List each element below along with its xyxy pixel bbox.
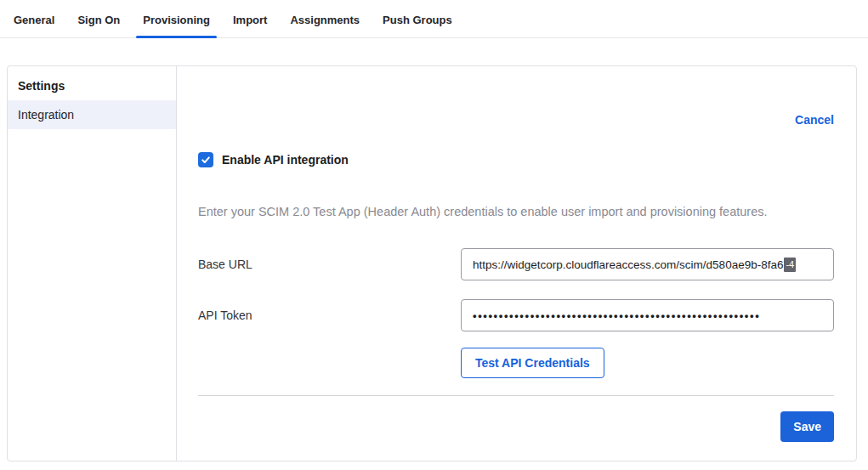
base-url-selected-text: -4 [784, 258, 796, 272]
save-button[interactable]: Save [780, 411, 834, 442]
test-api-credentials-button[interactable]: Test API Credentials [461, 348, 604, 378]
api-token-label: API Token [198, 309, 461, 322]
credentials-description: Enter your SCIM 2.0 Test App (Header Aut… [198, 205, 834, 218]
base-url-row: Base URL https://widgetcorp.cloudflareac… [198, 248, 834, 280]
tab-provisioning[interactable]: Provisioning [136, 14, 217, 37]
integration-settings-content: Cancel Enable API integration Enter your… [177, 66, 856, 461]
tab-import[interactable]: Import [226, 14, 274, 37]
enable-api-row: Enable API integration [198, 152, 834, 167]
tab-general[interactable]: General [7, 14, 61, 37]
enable-api-label: Enable API integration [222, 153, 349, 167]
api-token-input[interactable]: ••••••••••••••••••••••••••••••••••••••••… [461, 299, 834, 331]
settings-sidebar: Settings Integration [8, 66, 177, 461]
footer-divider [198, 395, 834, 396]
sidebar-item-integration[interactable]: Integration [8, 100, 176, 129]
tab-sign-on[interactable]: Sign On [71, 14, 127, 37]
base-url-value: https://widgetcorp.cloudflareaccess.com/… [473, 258, 783, 271]
base-url-label: Base URL [198, 258, 461, 271]
cancel-row: Cancel [198, 112, 834, 126]
tab-push-groups[interactable]: Push Groups [376, 14, 459, 37]
test-credentials-row: Test API Credentials [198, 348, 834, 378]
api-token-row: API Token ••••••••••••••••••••••••••••••… [198, 299, 834, 331]
provisioning-panel: Settings Integration Cancel Enable API i… [7, 65, 857, 462]
app-tab-bar: General Sign On Provisioning Import Assi… [0, 0, 868, 38]
tab-assignments[interactable]: Assignments [283, 14, 366, 37]
base-url-input[interactable]: https://widgetcorp.cloudflareaccess.com/… [461, 248, 834, 280]
checkmark-icon [201, 155, 211, 165]
save-row: Save [198, 411, 834, 442]
enable-api-checkbox[interactable] [198, 152, 213, 167]
api-token-masked-value: ••••••••••••••••••••••••••••••••••••••••… [473, 309, 760, 322]
cancel-link[interactable]: Cancel [795, 113, 834, 127]
sidebar-heading-settings: Settings [8, 71, 176, 100]
